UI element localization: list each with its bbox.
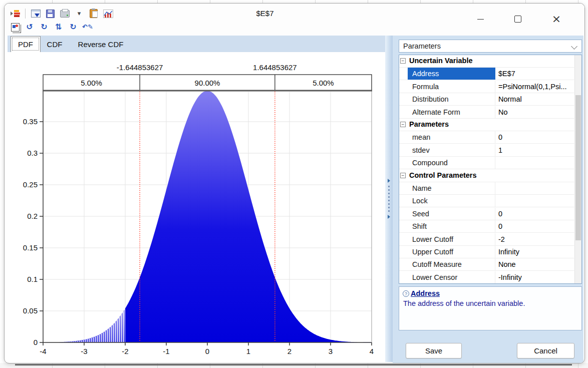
chevron-down-icon [571, 43, 577, 50]
grid-row[interactable]: Lower Cutoff-2 [399, 233, 575, 246]
grid-row[interactable]: Shift0 [399, 220, 575, 233]
grid-row-label[interactable]: Address [408, 68, 495, 80]
grid-row-label[interactable]: Cutoff Measure [408, 258, 495, 270]
grid-row-label[interactable]: Distribution [408, 93, 495, 105]
rotate-right-icon[interactable]: ↻ [39, 22, 50, 32]
grid-row-value[interactable]: Infinity [495, 246, 575, 258]
grid-row-label[interactable]: mean [408, 131, 495, 143]
save-file-icon[interactable] [45, 9, 56, 19]
y-tick-label: 0.25 [23, 180, 38, 189]
tab-cdf[interactable]: CDF [42, 37, 68, 52]
description-title: Address [411, 289, 440, 297]
band-percent-label: 90.00% [195, 79, 220, 87]
minimize-button[interactable] [469, 11, 492, 28]
help-icon: ? [403, 290, 409, 297]
cancel-button[interactable]: Cancel [517, 343, 574, 358]
x-tick-label: -2 [122, 347, 128, 355]
copy-image-icon[interactable] [10, 22, 21, 32]
undo-edit-icon[interactable]: ↶✎ [82, 22, 93, 32]
collapse-icon[interactable]: − [400, 122, 406, 127]
grid-row-label[interactable]: Lower Cutoff [408, 233, 495, 245]
pdf-chart[interactable]: 5.00%90.00%5.00%-1.6448536271.6448536270… [10, 50, 386, 362]
collapse-icon[interactable]: − [400, 58, 406, 64]
grid-row-label[interactable]: Alternate Form [408, 106, 495, 118]
grid-row-label[interactable]: Name [408, 182, 495, 194]
grid-row-value[interactable]: 0 [495, 220, 575, 232]
grid-row-label[interactable]: stdev [408, 144, 495, 156]
toolbar-separator [25, 9, 26, 19]
description-text: The address of the uncertain variable. [403, 299, 577, 307]
grid-row-label[interactable]: Upper Cutoff [408, 246, 495, 258]
collapse-icon[interactable]: − [400, 173, 406, 178]
tab-reverse-cdf[interactable]: Reverse CDF [69, 37, 133, 52]
grid-section-row[interactable]: −Uncertain Variable [399, 55, 575, 68]
grid-row-value[interactable] [495, 182, 575, 194]
grid-row-value[interactable]: -2 [495, 233, 575, 245]
minimize-icon [477, 19, 484, 20]
app-menu-icon[interactable] [10, 9, 21, 19]
grid-row[interactable]: Alternate FormNo [399, 106, 575, 119]
x-tick-label: 1 [246, 347, 250, 355]
toolbar-row-1: ▾ [10, 8, 114, 19]
grid-row-value[interactable]: None [495, 258, 575, 270]
x-tick-label: -4 [40, 347, 46, 355]
grid-row-value[interactable] [495, 157, 575, 169]
grid-row-value[interactable]: 1 [495, 144, 575, 156]
grid-row-value[interactable]: Normal [495, 93, 575, 105]
grid-section-label: Parameters [409, 120, 449, 128]
grid-section-row[interactable]: −Parameters [399, 119, 575, 131]
paste-chart-icon[interactable] [88, 9, 99, 19]
close-button[interactable]: × [545, 11, 568, 28]
grid-row-value[interactable]: 0 [495, 131, 575, 143]
grid-row-value[interactable]: 0 [495, 208, 575, 220]
grid-row-label[interactable]: Lock [408, 195, 495, 207]
grid-row[interactable]: Name [399, 182, 575, 195]
grid-row[interactable]: DistributionNormal [399, 93, 575, 106]
y-tick-label: 0.1 [27, 275, 38, 283]
panel-view-select[interactable]: Parameters [399, 40, 582, 53]
grid-row-label[interactable]: Seed [408, 208, 495, 220]
grid-row[interactable]: Lock [399, 195, 575, 207]
x-tick-label: -3 [81, 347, 87, 355]
y-tick-label: 0.2 [27, 212, 38, 220]
flip-vertical-icon[interactable]: ⇅ [53, 22, 64, 32]
grid-row[interactable]: Lower Censor-Infinity [399, 271, 575, 284]
rotate-clockwise-icon[interactable]: ↻ [68, 22, 79, 32]
chart-histogram-icon[interactable] [103, 9, 114, 19]
panel-header-label: Parameters [403, 42, 441, 50]
maximize-button[interactable] [506, 11, 529, 28]
print-icon[interactable] [59, 9, 70, 19]
rotate-left-icon[interactable]: ↺ [24, 22, 35, 32]
grid-row[interactable]: Cutoff MeasureNone [399, 258, 575, 271]
grid-row-label[interactable]: Lower Censor [408, 271, 495, 283]
grid-row[interactable]: mean0 [399, 131, 575, 144]
grid-row-label[interactable]: Shift [408, 220, 495, 232]
grid-row-label[interactable]: Formula [408, 81, 495, 93]
grid-row[interactable]: stdev1 [399, 144, 575, 157]
scrollbar-thumb[interactable] [575, 95, 581, 240]
grid-section-row[interactable]: −Control Parameters [399, 170, 575, 182]
grid-row-value[interactable] [495, 195, 575, 207]
panel-splitter[interactable] [385, 36, 393, 362]
grid-section-label: Control Parameters [409, 171, 477, 179]
grid-row-value[interactable]: =PsiNormal(0,1,Psi... [495, 81, 575, 93]
grid-row-value[interactable]: -Infinity [495, 271, 575, 283]
grid-row[interactable]: Seed0 [399, 208, 575, 220]
titlebar[interactable]: ▾ ↺ ↻ ⇅ ↻ ↶✎ $E$7 × [5, 4, 584, 36]
save-button[interactable]: Save [406, 343, 462, 358]
grid-row[interactable]: Formula=PsiNormal(0,1,Psi... [399, 81, 575, 93]
grid-row[interactable]: Upper CutoffInfinity [399, 246, 575, 258]
property-grid-scrollbar[interactable] [574, 55, 581, 283]
grid-row[interactable]: Compound [399, 157, 575, 169]
grid-row[interactable]: Address$E$7 [399, 68, 575, 80]
print-options-dropdown-icon[interactable]: ▾ [74, 9, 85, 19]
x-tick-label: 4 [370, 347, 374, 355]
tab-pdf[interactable]: PDF [11, 36, 41, 52]
grid-row-label[interactable]: Compound [408, 157, 495, 169]
grid-row-value[interactable]: $E$7 [495, 68, 575, 80]
band-percent-label: 5.00% [81, 79, 102, 87]
chart-panel: 5.00%90.00%5.00%-1.6448536271.6448536270… [6, 52, 386, 362]
y-tick-label: 0.15 [23, 243, 38, 252]
export-chart-icon[interactable] [30, 9, 41, 19]
grid-row-value[interactable]: No [495, 106, 575, 118]
